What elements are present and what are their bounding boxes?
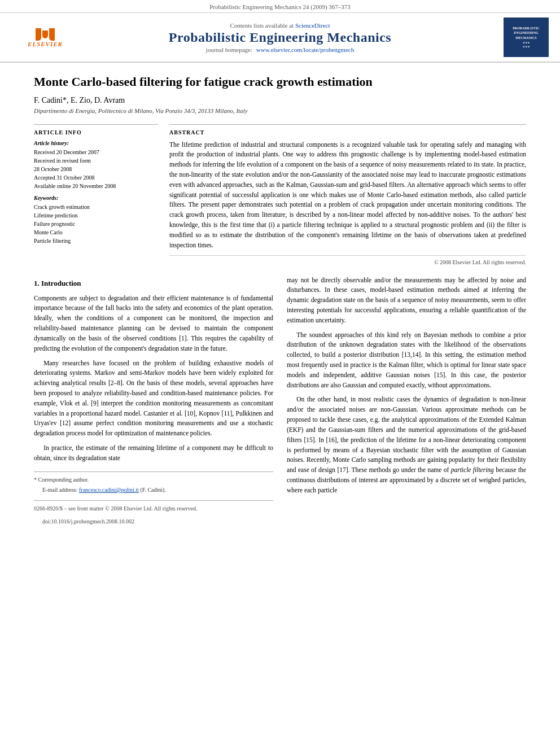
intro-para-2: Many researches have focused on the prob… — [34, 359, 273, 439]
right-para-2: The soundest approaches of this kind rel… — [287, 330, 526, 391]
elsevier-logo-block: ELSEVIER — [11, 27, 79, 47]
right-logo-sub: ■ ■ ■■ ■ ■ — [523, 41, 530, 49]
page-content: Monte Carlo-based filtering for fatigue … — [0, 63, 560, 542]
kw2: Lifetime prediction — [34, 212, 77, 219]
abstract-heading: ABSTRACT — [169, 129, 526, 136]
accepted-date: Accepted 31 October 2008 — [34, 174, 94, 181]
right-logo-text: PROBABILISTICENGINEERINGMECHANICS — [513, 26, 540, 40]
intro-number: 1. — [34, 279, 41, 287]
footnote-email: E-mail address: francesco.cadini@polini.… — [34, 486, 273, 495]
homepage-link[interactable]: www.elsevier.com/locate/probengmech — [256, 46, 354, 53]
article-info-heading: ARTICLE INFO — [34, 129, 158, 136]
kw4: Monte Carlo — [34, 229, 63, 235]
journal-header: ELSEVIER Contents lists available at Sci… — [0, 13, 560, 63]
article-info-abstract-block: ARTICLE INFO Article history: Received 2… — [34, 124, 526, 265]
right-logo-block: PROBABILISTICENGINEERINGMECHANICS ■ ■ ■■… — [481, 18, 549, 57]
sciencedirect-link[interactable]: ScienceDirect — [295, 22, 330, 29]
article-history-content: Received 20 December 2007 Received in re… — [34, 148, 158, 190]
doi-line: doi:10.1016/j.probengmech.2008.10.002 — [34, 517, 273, 526]
left-body-column: 1. Introduction Components are subject t… — [34, 276, 273, 531]
received-date: Received 20 December 2007 — [34, 149, 99, 155]
journal-cover-thumbnail: PROBABILISTICENGINEERINGMECHANICS ■ ■ ■■… — [504, 18, 549, 57]
homepage-line: journal homepage: www.elsevier.com/locat… — [79, 46, 481, 53]
affiliation: Dipartimento di Energia, Politecnico di … — [34, 107, 526, 114]
elsevier-wordmark: ELSEVIER — [28, 41, 63, 47]
authors-line: F. Cadini*, E. Zio, D. Avram — [34, 96, 526, 105]
bottom-info: 0266-8920/$ – see front matter © 2008 El… — [34, 500, 273, 526]
issn-line: 0266-8920/$ – see front matter © 2008 El… — [34, 504, 273, 513]
intro-para-1: Components are subject to degradation an… — [34, 294, 273, 354]
elsevier-logo-graphic — [36, 28, 55, 41]
available-date: Available online 20 November 2008 — [34, 183, 116, 189]
revised-label: Received in revised form — [34, 158, 91, 164]
email-link[interactable]: francesco.cadini@polini.it — [79, 487, 139, 493]
authors-text: F. Cadini*, E. Zio, D. Avram — [34, 96, 125, 104]
article-history-label: Article history: — [34, 140, 158, 146]
right-para-3: On the other hand, in most realistic cas… — [287, 395, 526, 495]
email-suffix: (F. Cadini). — [140, 487, 166, 493]
journal-citation: Probabilistic Engineering Mechanics 24 (… — [209, 3, 351, 10]
keywords-content: Crack growth estimation Lifetime predict… — [34, 203, 158, 245]
body-columns: 1. Introduction Components are subject t… — [34, 276, 526, 531]
sciencedirect-line: Contents lists available at ScienceDirec… — [79, 22, 481, 29]
keywords-label: Keywords: — [34, 195, 158, 201]
intro-heading: 1. Introduction — [34, 278, 273, 289]
footnote-asterisk: * Corresponding author. — [34, 475, 273, 484]
revised-date: 28 October 2008 — [34, 166, 72, 172]
right-para-1: may not be directly observable and/or th… — [287, 276, 526, 326]
kw5: Particle filtering — [34, 238, 71, 244]
footnote-section: * Corresponding author. E-mail address: … — [34, 471, 273, 495]
abstract-text: The lifetime prediction of industrial an… — [169, 140, 526, 251]
intro-para-3: In practice, the estimate of the remaini… — [34, 443, 273, 464]
article-info-panel: ARTICLE INFO Article history: Received 2… — [34, 124, 158, 265]
journal-title: Probabilistic Engineering Mechanics — [79, 30, 481, 45]
abstract-panel: ABSTRACT The lifetime prediction of indu… — [169, 124, 526, 265]
journal-info-bar: Probabilistic Engineering Mechanics 24 (… — [0, 0, 560, 13]
email-label: E-mail address: — [42, 487, 77, 493]
paper-title: Monte Carlo-based filtering for fatigue … — [34, 74, 526, 90]
kw3: Failure prognostic — [34, 221, 75, 227]
copyright-line: © 2008 Elsevier Ltd. All rights reserved… — [169, 255, 526, 265]
intro-title: Introduction — [41, 279, 81, 287]
kw1: Crack growth estimation — [34, 204, 90, 210]
right-body-column: may not be directly observable and/or th… — [287, 276, 526, 531]
journal-center-block: Contents lists available at ScienceDirec… — [79, 22, 481, 53]
